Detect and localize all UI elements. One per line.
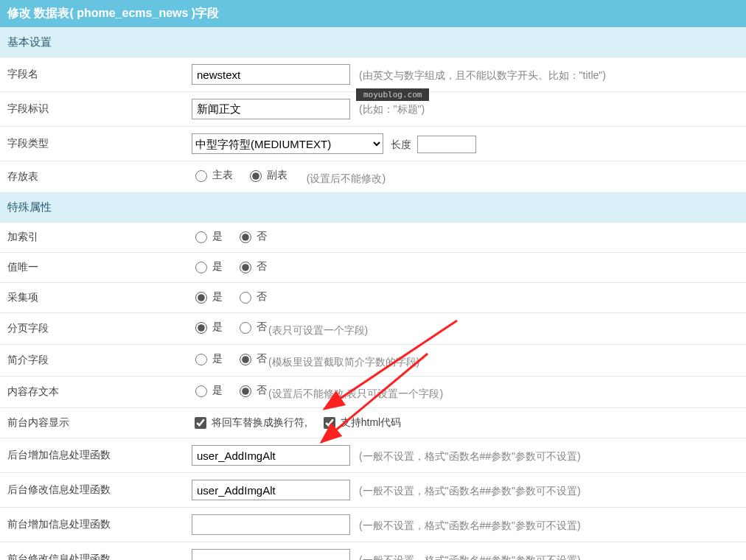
radio-main-table[interactable] xyxy=(195,170,207,182)
hint-storage: (设置后不能修改) xyxy=(307,172,386,184)
field-name-input[interactable] xyxy=(192,64,350,85)
radio-yes-label: 是 xyxy=(212,230,223,243)
radio-no-label: 否 xyxy=(257,260,267,273)
hint-fn3: (一般不设置，格式"函数名##参数"参数可不设置) xyxy=(359,519,581,531)
radio-yes-label: 是 xyxy=(212,384,223,397)
radio-index-yes[interactable] xyxy=(195,231,207,243)
radio-yes-label: 是 xyxy=(212,321,223,334)
back-add-fn-input[interactable] xyxy=(192,445,350,466)
hint-field-name: (由英文与数字组成，且不能以数字开头。比如："title") xyxy=(359,69,606,81)
radio-yes-label: 是 xyxy=(212,290,223,304)
label-collect: 采集项 xyxy=(0,283,184,313)
hint-intro: (模板里设置截取简介字数的字段) xyxy=(268,356,419,368)
label-intro-field: 简介字段 xyxy=(0,345,184,377)
watermark: moyublog.com xyxy=(356,88,429,101)
page-title: 修改 数据表( phome_ecms_news )字段 xyxy=(0,0,746,28)
label-field-name: 字段名 xyxy=(0,57,184,92)
checkbox-br-label: 将回车替换成换行符, xyxy=(212,416,307,430)
label-front-display: 前台内容显示 xyxy=(0,408,184,438)
radio-unique-yes[interactable] xyxy=(195,262,207,273)
hint-fn1: (一般不设置，格式"函数名##参数"参数可不设置) xyxy=(359,450,581,462)
radio-main-table-label: 主表 xyxy=(212,169,233,182)
radio-page-no[interactable] xyxy=(240,322,251,334)
back-edit-fn-input[interactable] xyxy=(192,480,350,500)
radio-no-label: 否 xyxy=(257,230,267,243)
label-field-type: 字段类型 xyxy=(0,127,184,161)
section-special: 特殊属性 xyxy=(0,193,746,223)
radio-yes-label: 是 xyxy=(212,260,223,273)
radio-sub-table-label: 副表 xyxy=(267,169,287,182)
radio-index-no[interactable] xyxy=(240,231,251,243)
length-input[interactable] xyxy=(417,136,476,153)
label-unique: 值唯一 xyxy=(0,253,184,283)
length-label: 长度 xyxy=(391,139,411,150)
radio-no-label: 否 xyxy=(257,384,267,397)
checkbox-html-label: 支持html代码 xyxy=(341,416,401,430)
label-save-text: 内容存文本 xyxy=(0,377,184,408)
label-storage-table: 存放表 xyxy=(0,161,184,193)
hint-fn4: (一般不设置，格式"函数名##参数"参数可不设置) xyxy=(359,554,581,561)
radio-savetext-no[interactable] xyxy=(240,385,251,397)
radio-no-label: 否 xyxy=(257,352,267,365)
radio-savetext-yes[interactable] xyxy=(195,385,207,397)
section-basic: 基本设置 xyxy=(0,28,746,57)
radio-intro-no[interactable] xyxy=(240,354,251,365)
field-ident-input[interactable] xyxy=(192,99,350,119)
radio-page-yes[interactable] xyxy=(195,322,207,334)
hint-fn2: (一般不设置，格式"函数名##参数"参数可不设置) xyxy=(359,485,581,497)
radio-sub-table[interactable] xyxy=(250,170,262,182)
radio-intro-yes[interactable] xyxy=(195,354,207,365)
front-edit-fn-input[interactable] xyxy=(192,549,350,560)
radio-no-label: 否 xyxy=(257,290,267,304)
radio-yes-label: 是 xyxy=(212,352,223,365)
radio-unique-no[interactable] xyxy=(240,262,251,273)
label-back-add-fn: 后台增加信息处理函数 xyxy=(0,438,184,473)
label-front-edit-fn: 前台修改信息处理函数 xyxy=(0,542,184,561)
front-add-fn-input[interactable] xyxy=(192,514,350,535)
label-add-index: 加索引 xyxy=(0,223,184,253)
checkbox-html[interactable] xyxy=(324,417,335,429)
label-back-edit-fn: 后台修改信息处理函数 xyxy=(0,473,184,508)
radio-no-label: 否 xyxy=(257,321,267,334)
label-field-ident: 字段标识 xyxy=(0,92,184,127)
hint-page: (表只可设置一个字段) xyxy=(268,324,368,336)
hint-savetext: (设置后不能修改,表只可设置一个字段) xyxy=(268,388,443,399)
radio-collect-no[interactable] xyxy=(240,292,251,304)
label-page-field: 分页字段 xyxy=(0,313,184,345)
hint-field-ident: (比如："标题") xyxy=(359,103,425,115)
radio-collect-yes[interactable] xyxy=(195,292,207,304)
checkbox-br[interactable] xyxy=(195,417,206,429)
field-type-select[interactable]: 中型字符型(MEDIUMTEXT) xyxy=(192,133,383,154)
label-front-add-fn: 前台增加信息处理函数 xyxy=(0,508,184,542)
